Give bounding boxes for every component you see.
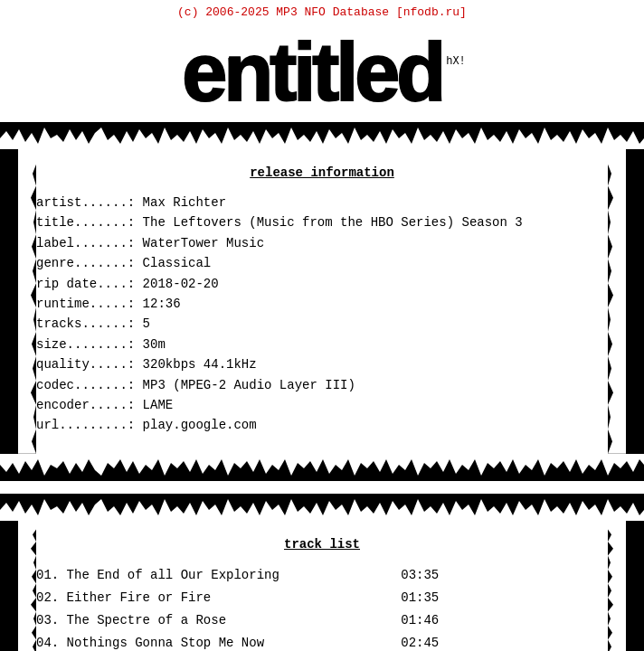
track-list-title: track list — [36, 521, 608, 564]
copyright-bar: (c) 2006-2025 MP3 NFO Database [nfodb.ru… — [0, 0, 644, 23]
release-info-row: quality.....: 320kbps 44.1kHz — [36, 354, 608, 374]
release-info-row: label.......: WaterTower Music — [36, 233, 608, 253]
hx-badge: hX! — [446, 55, 466, 68]
release-info-row: rip date....: 2018-02-20 — [36, 274, 608, 294]
track-row: 03. The Spectre of a Rose 01:46 — [36, 609, 608, 632]
release-info-section: release information artist......: Max Ri… — [0, 122, 644, 481]
release-info-row: genre.......: Classical — [36, 253, 608, 273]
release-info-row: size........: 30m — [36, 335, 608, 354]
release-info-row: runtime.....: 12:36 — [36, 294, 608, 314]
track-list-body: track list 01. The End of all Our Explor… — [0, 521, 644, 651]
track-list-items: 01. The End of all Our Exploring 03:3502… — [36, 564, 608, 651]
track-list-section: track list 01. The End of all Our Explor… — [0, 494, 644, 651]
release-info-row: codec.......: MP3 (MPEG-2 Audio Layer II… — [36, 375, 608, 395]
release-info-row: encoder.....: LAME — [36, 395, 608, 415]
track-row: 01. The End of all Our Exploring 03:35 — [36, 564, 608, 587]
release-info-body: release information artist......: Max Ri… — [0, 149, 644, 454]
release-info-table: artist......: Max Richtertitle.......: T… — [36, 193, 608, 454]
release-info-title: release information — [36, 149, 608, 193]
release-info-row: artist......: Max Richter — [36, 193, 608, 212]
side-left-tracklist — [0, 521, 36, 651]
track-list-border-top — [0, 494, 644, 521]
side-right-release — [608, 149, 644, 454]
track-row: 02. Either Fire or Fire 01:35 — [36, 587, 608, 609]
side-left-release — [0, 149, 36, 454]
track-row: 04. Nothings Gonna Stop Me Now 02:45 — [36, 632, 608, 651]
release-info-row: tracks......: 5 — [36, 314, 608, 334]
side-right-tracklist — [608, 521, 644, 651]
logo-container: entitledhX! — [0, 23, 644, 122]
release-info-border-top — [0, 122, 644, 149]
track-list-content: track list 01. The End of all Our Explor… — [36, 521, 608, 651]
release-info-row: title.......: The Leftovers (Music from … — [36, 212, 608, 232]
logo-text: entitled — [182, 32, 442, 113]
copyright-text: (c) 2006-2025 MP3 NFO Database [nfodb.ru… — [0, 0, 644, 23]
release-info-border-bottom — [0, 454, 644, 481]
release-info-content: release information artist......: Max Ri… — [36, 149, 608, 454]
release-info-row: url.........: play.google.com — [36, 415, 608, 435]
